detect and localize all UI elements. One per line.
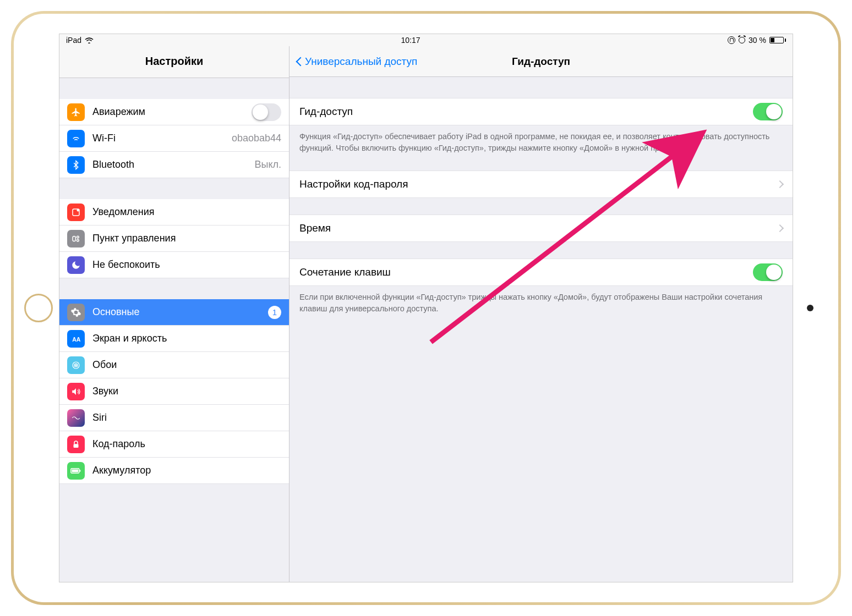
settings-sidebar: Настройки Авиарежим Wi-Fi [59,46,290,582]
passcode-settings-row[interactable]: Настройки код-пароля [290,170,793,198]
dnd-icon [67,256,85,274]
ipad-bezel: iPad 10:17 30 % Наст [14,14,838,602]
battery-icon [769,37,786,43]
siri-label: Siri [92,412,281,424]
shortcut-row: Сочетание клавиш [290,258,793,286]
sidebar-item-sounds[interactable]: Звуки [59,378,289,405]
time-limit-row[interactable]: Время [290,215,793,242]
sidebar-item-airplane[interactable]: Авиарежим [59,99,289,125]
back-button[interactable]: Универсальный доступ [297,56,417,68]
detail-pane: Универсальный доступ Гид-доступ Гид-дост… [290,46,793,582]
guided-access-toggle[interactable] [753,103,783,120]
svg-rect-11 [80,470,81,471]
notifications-label: Уведомления [92,206,281,218]
control-center-label: Пункт управления [92,233,281,244]
clock: 10:17 [401,36,420,45]
sidebar-item-display[interactable]: AA Экран и яркость [59,326,289,352]
chevron-right-icon [776,180,784,188]
shortcut-footer: Если при включенной функции «Гид-доступ»… [290,286,793,315]
wifi-value: obaobab44 [232,133,281,144]
sidebar-item-notifications[interactable]: Уведомления [59,199,289,226]
shortcut-label: Сочетание клавиш [299,266,753,278]
airplane-label: Авиарежим [92,106,244,118]
passcode-settings-label: Настройки код-пароля [299,178,777,190]
sidebar-title: Настройки [59,46,289,78]
sidebar-item-battery[interactable]: Аккумулятор [59,458,289,484]
guided-access-label: Гид-доступ [299,106,753,118]
ipad-frame: iPad 10:17 30 % Наст [11,11,841,605]
shortcut-toggle[interactable] [753,263,783,281]
back-label: Универсальный доступ [305,56,417,68]
rotation-lock-icon [728,36,735,44]
chevron-left-icon [296,57,305,66]
wifi-icon [85,37,94,43]
svg-point-4 [77,239,79,241]
svg-rect-9 [74,444,79,448]
sidebar-item-bluetooth[interactable]: Bluetooth Выкл. [59,152,289,178]
wifi-settings-icon [67,130,85,147]
sidebar-item-siri[interactable]: Siri [59,405,289,431]
svg-point-1 [77,209,80,212]
sidebar-item-passcode[interactable]: Код-пароль [59,431,289,458]
airplane-icon [67,103,85,121]
status-bar: iPad 10:17 30 % [59,34,793,46]
display-icon: AA [67,330,85,348]
bluetooth-label: Bluetooth [92,159,247,170]
general-badge: 1 [268,306,281,319]
battery-settings-icon [67,462,85,480]
sounds-icon [67,383,85,400]
sidebar-item-wallpaper[interactable]: Обои [59,352,289,378]
siri-icon [67,409,85,427]
wallpaper-icon [67,356,85,374]
chevron-right-icon [776,224,784,232]
sounds-label: Звуки [92,386,281,397]
detail-header: Универсальный доступ Гид-доступ [290,46,793,77]
svg-rect-2 [73,236,75,241]
dnd-label: Не беспокоить [92,259,281,271]
battery-percent: 30 % [749,36,766,45]
alarm-icon [739,37,745,43]
passcode-label: Код-пароль [92,438,281,450]
gear-icon [67,304,85,321]
screen: iPad 10:17 30 % Наст [59,34,793,582]
wallpaper-label: Обои [92,359,281,371]
svg-text:AA: AA [72,336,81,342]
lock-icon [67,436,85,453]
wifi-label: Wi-Fi [92,133,224,144]
notifications-icon [67,204,85,221]
control-center-icon [67,230,85,248]
guided-access-row: Гид-доступ [290,98,793,125]
device-label: iPad [66,36,81,45]
battery-label: Аккумулятор [92,465,281,476]
sidebar-item-wifi[interactable]: Wi-Fi obaobab44 [59,125,289,152]
sidebar-item-general[interactable]: Основные 1 [59,299,289,326]
airplane-toggle[interactable] [252,103,281,121]
bluetooth-icon [67,156,85,174]
time-limit-label: Время [299,222,777,234]
home-button[interactable] [24,294,53,322]
display-label: Экран и яркость [92,333,281,344]
general-label: Основные [92,306,260,318]
guided-access-footer: Функция «Гид-доступ» обеспечивает работу… [290,125,793,154]
sidebar-item-control-center[interactable]: Пункт управления [59,226,289,252]
svg-rect-12 [72,469,79,472]
bluetooth-value: Выкл. [254,159,281,170]
svg-point-3 [77,236,79,238]
svg-point-8 [75,364,77,365]
sidebar-item-dnd[interactable]: Не беспокоить [59,252,289,278]
front-camera [807,305,813,311]
